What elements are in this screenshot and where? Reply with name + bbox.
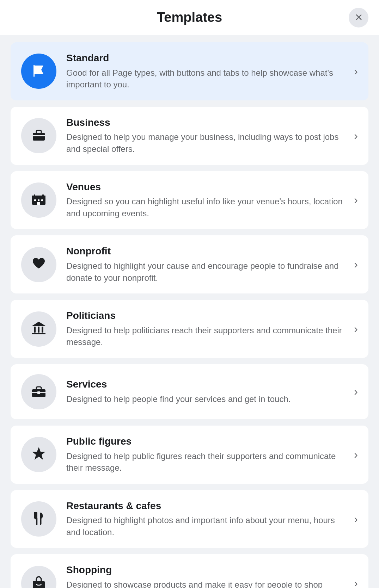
- template-item-business[interactable]: Business Designed to help you manage you…: [11, 107, 368, 165]
- template-name-restaurants: Restaurants & cafes: [66, 500, 347, 512]
- toolbox-icon: [30, 382, 48, 401]
- svg-rect-18: [37, 391, 40, 394]
- template-text-venues: Venues Designed so you can highlight use…: [66, 181, 347, 219]
- template-name-business: Business: [66, 117, 347, 129]
- template-name-politicians: Politicians: [66, 310, 347, 322]
- svg-rect-13: [34, 327, 36, 333]
- svg-rect-5: [34, 194, 35, 196]
- svg-rect-12: [32, 333, 45, 334]
- template-item-nonprofit[interactable]: Nonprofit Designed to highlight your cau…: [11, 235, 368, 293]
- template-name-venues: Venues: [66, 181, 347, 193]
- bank-icon: [30, 320, 48, 338]
- chevron-right-icon: ›: [354, 193, 358, 206]
- template-desc-services: Designed to help people find your servic…: [66, 393, 347, 405]
- template-icon-container-nonprofit: [21, 247, 56, 282]
- chevron-right-icon: ›: [354, 448, 358, 461]
- template-text-public-figures: Public figures Designed to help public f…: [66, 435, 347, 474]
- template-icon-container-standard: [21, 54, 56, 89]
- template-name-public-figures: Public figures: [66, 435, 347, 447]
- template-item-public-figures[interactable]: Public figures Designed to help public f…: [11, 426, 368, 484]
- svg-marker-19: [32, 447, 45, 460]
- svg-rect-25: [33, 581, 45, 588]
- template-icon-container-shopping: [21, 566, 56, 588]
- flag-icon: [30, 62, 48, 81]
- template-icon-container-public-figures: [21, 437, 56, 472]
- template-text-politicians: Politicians Designed to help politicians…: [66, 310, 347, 348]
- heart-icon: [30, 255, 48, 274]
- chevron-right-icon: ›: [354, 513, 358, 526]
- building-icon: [30, 191, 48, 209]
- template-icon-container-business: [21, 118, 56, 153]
- svg-rect-0: [33, 65, 35, 77]
- template-desc-business: Designed to help you manage your busines…: [66, 131, 347, 155]
- close-icon: ✕: [355, 12, 363, 23]
- template-icon-container-politicians: [21, 311, 56, 347]
- template-name-standard: Standard: [66, 52, 347, 64]
- template-text-standard: Standard Good for all Page types, with b…: [66, 52, 347, 91]
- template-item-venues[interactable]: Venues Designed so you can highlight use…: [11, 171, 368, 229]
- svg-rect-6: [42, 194, 44, 196]
- template-text-restaurants: Restaurants & cafes Designed to highligh…: [66, 500, 347, 538]
- template-item-politicians[interactable]: Politicians Designed to help politicians…: [11, 300, 368, 358]
- svg-rect-14: [38, 327, 39, 333]
- bag-icon: [30, 574, 48, 588]
- page-container: Templates ✕ Standard Good for all Page t…: [0, 0, 379, 588]
- template-name-nonprofit: Nonprofit: [66, 245, 347, 257]
- chevron-right-icon: ›: [354, 65, 358, 78]
- template-desc-shopping: Designed to showcase products and make i…: [66, 579, 347, 588]
- chevron-right-icon: ›: [354, 385, 358, 398]
- template-text-shopping: Shopping Designed to showcase products a…: [66, 564, 347, 588]
- svg-rect-8: [38, 199, 39, 201]
- template-desc-venues: Designed so you can highlight useful inf…: [66, 196, 347, 219]
- template-item-standard[interactable]: Standard Good for all Page types, with b…: [11, 42, 368, 100]
- svg-rect-7: [34, 199, 36, 201]
- template-icon-container-venues: [21, 182, 56, 218]
- template-desc-standard: Good for all Page types, with buttons an…: [66, 67, 347, 91]
- svg-rect-1: [33, 133, 45, 141]
- fork-knife-icon: [30, 510, 48, 528]
- template-text-services: Services Designed to help people find yo…: [66, 378, 347, 405]
- header: Templates ✕: [0, 0, 379, 35]
- svg-rect-15: [42, 327, 43, 333]
- template-desc-nonprofit: Designed to highlight your cause and enc…: [66, 260, 347, 284]
- template-name-services: Services: [66, 378, 347, 390]
- template-text-nonprofit: Nonprofit Designed to highlight your cau…: [66, 245, 347, 284]
- template-item-restaurants[interactable]: Restaurants & cafes Designed to highligh…: [11, 490, 368, 548]
- template-desc-politicians: Designed to help politicians reach their…: [66, 324, 347, 348]
- page-title: Templates: [157, 10, 222, 25]
- briefcase-icon: [30, 126, 48, 145]
- chevron-right-icon: ›: [354, 129, 358, 142]
- star-icon: [30, 445, 48, 464]
- chevron-right-icon: ›: [354, 577, 358, 588]
- svg-rect-9: [41, 199, 43, 201]
- template-item-services[interactable]: Services Designed to help people find yo…: [11, 364, 368, 419]
- template-name-shopping: Shopping: [66, 564, 347, 576]
- close-button[interactable]: ✕: [349, 8, 368, 27]
- svg-marker-11: [32, 322, 45, 326]
- svg-rect-10: [37, 202, 40, 205]
- templates-list: Standard Good for all Page types, with b…: [0, 35, 379, 588]
- template-icon-container-restaurants: [21, 501, 56, 537]
- template-text-business: Business Designed to help you manage you…: [66, 117, 347, 155]
- template-item-shopping[interactable]: Shopping Designed to showcase products a…: [11, 554, 368, 588]
- svg-rect-2: [33, 135, 45, 136]
- template-desc-restaurants: Designed to highlight photos and importa…: [66, 514, 347, 538]
- template-icon-container-services: [21, 374, 56, 409]
- template-desc-public-figures: Designed to help public figures reach th…: [66, 450, 347, 474]
- chevron-right-icon: ›: [354, 258, 358, 271]
- chevron-right-icon: ›: [354, 322, 358, 335]
